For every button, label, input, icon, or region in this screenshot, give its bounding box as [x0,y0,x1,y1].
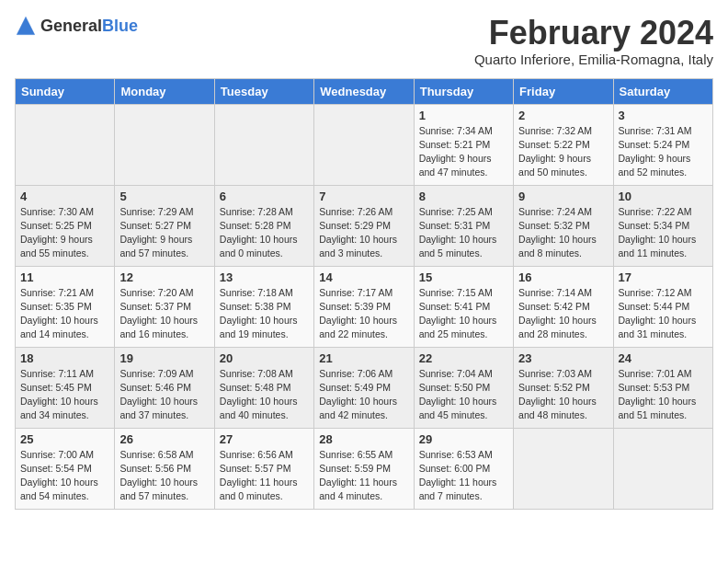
day-info: Sunrise: 7:17 AM Sunset: 5:39 PM Dayligh… [319,286,408,342]
day-number: 15 [419,270,508,284]
calendar-cell: 18Sunrise: 7:11 AM Sunset: 5:45 PM Dayli… [16,347,115,428]
day-info: Sunrise: 7:06 AM Sunset: 5:49 PM Dayligh… [319,367,408,423]
day-number: 11 [20,270,109,284]
calendar-cell: 11Sunrise: 7:21 AM Sunset: 5:35 PM Dayli… [16,266,115,347]
day-number: 19 [119,351,209,365]
day-number: 29 [419,432,508,446]
day-info: Sunrise: 7:22 AM Sunset: 5:34 PM Dayligh… [619,205,708,261]
day-number: 13 [220,270,309,284]
title-block: February 2024 Quarto Inferiore, Emilia-R… [474,15,713,67]
day-info: Sunrise: 7:04 AM Sunset: 5:50 PM Dayligh… [419,367,508,423]
day-info: Sunrise: 6:58 AM Sunset: 5:56 PM Dayligh… [119,448,209,504]
day-info: Sunrise: 7:25 AM Sunset: 5:31 PM Dayligh… [419,205,508,261]
day-number: 1 [419,109,508,122]
day-info: Sunrise: 6:56 AM Sunset: 5:57 PM Dayligh… [220,448,309,504]
day-info: Sunrise: 7:00 AM Sunset: 5:54 PM Dayligh… [20,448,109,504]
day-info: Sunrise: 7:15 AM Sunset: 5:41 PM Dayligh… [419,286,508,342]
calendar-table: SundayMondayTuesdayWednesdayThursdayFrid… [15,78,713,510]
calendar-cell: 12Sunrise: 7:20 AM Sunset: 5:37 PM Dayli… [115,266,214,347]
column-header-thursday: Thursday [414,78,513,104]
calendar-cell [314,104,414,185]
day-number: 22 [419,351,508,365]
calendar-cell: 14Sunrise: 7:17 AM Sunset: 5:39 PM Dayli… [314,266,414,347]
calendar-cell: 1Sunrise: 7:34 AM Sunset: 5:21 PM Daylig… [414,104,513,185]
day-number: 16 [518,270,608,284]
svg-marker-0 [17,17,34,34]
calendar-cell: 2Sunrise: 7:32 AM Sunset: 5:22 PM Daylig… [514,104,613,185]
calendar-cell: 22Sunrise: 7:04 AM Sunset: 5:50 PM Dayli… [414,347,513,428]
day-info: Sunrise: 7:26 AM Sunset: 5:29 PM Dayligh… [319,205,408,261]
calendar-week-row: 25Sunrise: 7:00 AM Sunset: 5:54 PM Dayli… [16,428,713,509]
day-info: Sunrise: 7:32 AM Sunset: 5:22 PM Dayligh… [518,124,608,180]
calendar-cell: 24Sunrise: 7:01 AM Sunset: 5:53 PM Dayli… [613,347,712,428]
day-info: Sunrise: 7:28 AM Sunset: 5:28 PM Dayligh… [220,205,309,261]
day-number: 27 [220,432,309,446]
column-header-sunday: Sunday [16,78,115,104]
calendar-cell: 26Sunrise: 6:58 AM Sunset: 5:56 PM Dayli… [115,428,214,509]
day-number: 17 [619,270,708,284]
day-number: 9 [518,190,608,203]
calendar-cell: 21Sunrise: 7:06 AM Sunset: 5:49 PM Dayli… [314,347,414,428]
calendar-cell: 27Sunrise: 6:56 AM Sunset: 5:57 PM Dayli… [214,428,313,509]
day-info: Sunrise: 7:08 AM Sunset: 5:48 PM Dayligh… [220,367,309,423]
day-number: 21 [319,351,408,365]
logo-icon [15,15,37,37]
day-number: 10 [619,190,708,203]
day-number: 12 [119,270,209,284]
day-number: 6 [220,190,309,203]
day-info: Sunrise: 7:14 AM Sunset: 5:42 PM Dayligh… [518,286,608,342]
day-info: Sunrise: 6:55 AM Sunset: 5:59 PM Dayligh… [319,448,408,504]
day-number: 7 [319,190,408,203]
location-subtitle: Quarto Inferiore, Emilia-Romagna, Italy [474,52,713,67]
calendar-cell [214,104,313,185]
day-info: Sunrise: 7:20 AM Sunset: 5:37 PM Dayligh… [119,286,209,342]
column-header-wednesday: Wednesday [314,78,414,104]
day-info: Sunrise: 7:09 AM Sunset: 5:46 PM Dayligh… [119,367,209,423]
day-info: Sunrise: 7:01 AM Sunset: 5:53 PM Dayligh… [619,367,708,423]
calendar-cell: 5Sunrise: 7:29 AM Sunset: 5:27 PM Daylig… [115,185,214,266]
column-header-saturday: Saturday [613,78,712,104]
calendar-week-row: 1Sunrise: 7:34 AM Sunset: 5:21 PM Daylig… [16,104,713,185]
calendar-cell: 9Sunrise: 7:24 AM Sunset: 5:32 PM Daylig… [514,185,613,266]
day-number: 23 [518,351,608,365]
calendar-cell: 3Sunrise: 7:31 AM Sunset: 5:24 PM Daylig… [613,104,712,185]
column-header-friday: Friday [514,78,613,104]
calendar-cell: 20Sunrise: 7:08 AM Sunset: 5:48 PM Dayli… [214,347,313,428]
day-number: 25 [20,432,109,446]
day-info: Sunrise: 7:18 AM Sunset: 5:38 PM Dayligh… [220,286,309,342]
calendar-cell: 6Sunrise: 7:28 AM Sunset: 5:28 PM Daylig… [214,185,313,266]
calendar-cell: 23Sunrise: 7:03 AM Sunset: 5:52 PM Dayli… [514,347,613,428]
calendar-cell: 7Sunrise: 7:26 AM Sunset: 5:29 PM Daylig… [314,185,414,266]
column-header-tuesday: Tuesday [214,78,313,104]
day-number: 26 [119,432,209,446]
logo: GeneralBlue [15,15,138,37]
calendar-cell: 25Sunrise: 7:00 AM Sunset: 5:54 PM Dayli… [16,428,115,509]
day-number: 14 [319,270,408,284]
calendar-cell [613,428,712,509]
calendar-cell: 13Sunrise: 7:18 AM Sunset: 5:38 PM Dayli… [214,266,313,347]
day-info: Sunrise: 7:21 AM Sunset: 5:35 PM Dayligh… [20,286,109,342]
day-number: 5 [119,190,209,203]
day-number: 18 [20,351,109,365]
calendar-cell [514,428,613,509]
calendar-week-row: 11Sunrise: 7:21 AM Sunset: 5:35 PM Dayli… [16,266,713,347]
calendar-cell: 17Sunrise: 7:12 AM Sunset: 5:44 PM Dayli… [613,266,712,347]
day-number: 24 [619,351,708,365]
day-number: 4 [20,190,109,203]
day-info: Sunrise: 7:03 AM Sunset: 5:52 PM Dayligh… [518,367,608,423]
calendar-cell [115,104,214,185]
calendar-week-row: 4Sunrise: 7:30 AM Sunset: 5:25 PM Daylig… [16,185,713,266]
month-title: February 2024 [474,15,713,52]
day-info: Sunrise: 7:12 AM Sunset: 5:44 PM Dayligh… [619,286,708,342]
calendar-cell [16,104,115,185]
calendar-header-row: SundayMondayTuesdayWednesdayThursdayFrid… [16,78,713,104]
day-info: Sunrise: 6:53 AM Sunset: 6:00 PM Dayligh… [419,448,508,504]
calendar-cell: 29Sunrise: 6:53 AM Sunset: 6:00 PM Dayli… [414,428,513,509]
day-number: 20 [220,351,309,365]
calendar-cell: 28Sunrise: 6:55 AM Sunset: 5:59 PM Dayli… [314,428,414,509]
calendar-cell: 15Sunrise: 7:15 AM Sunset: 5:41 PM Dayli… [414,266,513,347]
calendar-cell: 19Sunrise: 7:09 AM Sunset: 5:46 PM Dayli… [115,347,214,428]
calendar-cell: 16Sunrise: 7:14 AM Sunset: 5:42 PM Dayli… [514,266,613,347]
day-number: 2 [518,109,608,122]
column-header-monday: Monday [115,78,214,104]
